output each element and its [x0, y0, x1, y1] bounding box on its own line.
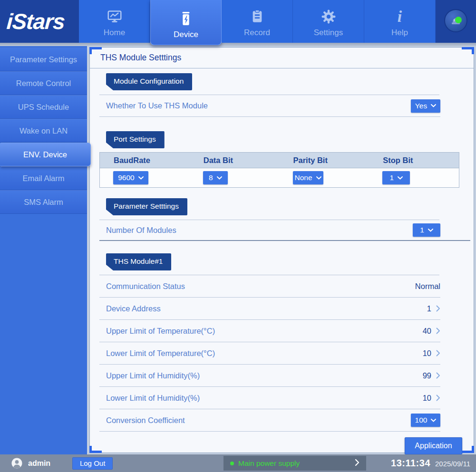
row-label: Upper Limit of Temperature(°C) [106, 327, 215, 336]
row-lower-limit-temperature[interactable]: Lower Limit of Temperature(°C) 10 [99, 342, 440, 365]
row-value: 40 [423, 327, 431, 336]
row-label: Number Of Modules [106, 226, 176, 235]
tab-label: Home [104, 28, 125, 38]
section-divider [99, 240, 470, 241]
tab-record[interactable]: Record [222, 0, 293, 43]
power-status-text: Main power supply [238, 459, 300, 468]
sidebar-item-label: ENV. Device [23, 150, 67, 159]
row-label: Communication Status [106, 282, 185, 291]
user-avatar-icon [11, 458, 22, 469]
clock: 13:11:34 2025/09/11 [391, 458, 470, 469]
row-label: Lower Limit of Humidity(%) [106, 394, 200, 403]
record-clipboard-icon [251, 8, 264, 25]
row-upper-limit-temperature[interactable]: Upper Limit of Temperature(°C) 40 [99, 320, 440, 342]
home-monitor-chart-icon [107, 8, 122, 25]
row-lower-limit-humidity[interactable]: Lower Limit of Humidity(%) 10 [99, 387, 440, 409]
row-whether-to-use-ths: Whether To Use THS Module Yes [99, 95, 440, 117]
chevron-right-icon [355, 459, 359, 468]
row-device-address[interactable]: Device Address 1 [99, 298, 440, 320]
logo-area: iStars [0, 0, 79, 43]
chevron-right-icon [436, 305, 440, 312]
whether-to-use-select[interactable]: Yes [411, 99, 440, 113]
tab-label: Record [244, 28, 270, 38]
chevron-right-icon [436, 372, 440, 379]
power-status-dot [230, 462, 234, 465]
section-parameter-settings: Parameter Setttings Number Of Modules 1 [90, 198, 474, 241]
sidebar-item-env-device[interactable]: ENV. Device [0, 143, 91, 166]
header-shadow [0, 43, 476, 46]
sidebar-item-label: Email Alarm [22, 174, 64, 183]
chevron-right-icon [436, 328, 440, 334]
tab-settings[interactable]: Settings [293, 0, 364, 43]
stop-bit-select[interactable]: 1 [382, 171, 410, 184]
section-heading-badge: Module Configuration [106, 73, 192, 90]
parity-bit-select[interactable]: None [293, 171, 323, 184]
col-header-data-bit: Data Bit [190, 156, 280, 165]
settings-gear-icon [321, 8, 336, 25]
col-header-stop-bit: Stop Bit [369, 156, 459, 165]
tab-help[interactable]: i Help [364, 0, 436, 43]
row-label: Whether To Use THS Module [106, 101, 208, 110]
row-label: Upper Limit of Humidity(%) [106, 371, 200, 380]
page-title: THS Module Setttings [90, 48, 474, 68]
col-header-baudrate: BaudRate [100, 156, 190, 165]
device-ups-bolt-icon [179, 10, 193, 27]
sidebar-item-sms-alarm[interactable]: SMS Alarm [0, 190, 87, 214]
row-conversion-coefficient: Conversion Coefficient 100 [99, 409, 440, 432]
section-heading-badge: Port Settings [106, 131, 165, 148]
row-label: Conversion Coefficient [106, 416, 185, 425]
chevron-right-icon [436, 350, 440, 356]
select-value: 1 [389, 173, 394, 182]
sidebar-item-remote-control[interactable]: Remote Control [0, 71, 87, 95]
select-value: 9600 [118, 173, 134, 182]
sidebar-item-ups-schedule[interactable]: UPS Schedule [0, 95, 87, 119]
sidebar-item-wake-on-lan[interactable]: Wake on LAN [0, 119, 87, 143]
section-module-configuration: Module Configuration Whether To Use THS … [90, 73, 474, 117]
chevron-down-icon [398, 176, 403, 180]
panel-corner-accent [462, 47, 474, 54]
data-bit-select[interactable]: 8 [203, 171, 228, 184]
logout-button[interactable]: Log Out [72, 457, 113, 470]
row-communication-status: Communication Status Normal [99, 275, 440, 298]
number-of-modules-select[interactable]: 1 [413, 223, 440, 237]
tab-label: Device [174, 30, 198, 39]
select-value: None [294, 173, 312, 182]
alarm-button[interactable] [444, 9, 467, 32]
row-value: 10 [423, 349, 431, 358]
app-logo: iStars [0, 9, 66, 34]
sidebar-item-parameter-settings[interactable]: Parameter Settings [0, 48, 87, 71]
row-value: 1 [427, 304, 431, 313]
select-value: 1 [420, 226, 424, 234]
row-value: Normal [415, 282, 440, 291]
sidebar-item-label: Wake on LAN [19, 126, 68, 135]
table-row: 9600 8 None 1 [100, 168, 459, 187]
tab-label: Settings [314, 28, 343, 38]
row-label: Lower Limit of Temperature(°C) [106, 349, 215, 358]
power-status-bar[interactable]: Main power supply [223, 456, 366, 471]
select-value: 100 [415, 416, 427, 424]
baudrate-select[interactable]: 9600 [113, 171, 148, 184]
sidebar-item-label: Remote Control [16, 79, 71, 88]
alarm-status-dot [455, 17, 462, 23]
chevron-down-icon [431, 104, 436, 107]
chevron-right-icon [436, 395, 440, 401]
tab-home[interactable]: Home [79, 0, 150, 43]
row-upper-limit-humidity[interactable]: Upper Limit of Humidity(%) 99 [99, 365, 440, 387]
ths-settings-panel: THS Module Setttings Module Configuratio… [89, 47, 474, 453]
chevron-down-icon [316, 176, 321, 180]
select-value: Yes [415, 102, 427, 110]
row-number-of-modules: Number Of Modules 1 [99, 220, 440, 240]
col-header-parity-bit: Parity Bit [280, 156, 369, 165]
conversion-coefficient-select[interactable]: 100 [411, 414, 440, 427]
sidebar-item-email-alarm[interactable]: Email Alarm [0, 166, 87, 190]
port-settings-table: BaudRate Data Bit Parity Bit Stop Bit 96… [99, 152, 459, 188]
sidebar-item-label: UPS Schedule [18, 103, 69, 112]
section-ths-module-1: THS Module#1 Communication Status Normal… [90, 253, 474, 432]
chevron-down-icon [217, 176, 222, 180]
main-nav: Home Device Record [79, 0, 436, 43]
help-italic-i-icon: i [398, 8, 402, 25]
application-button[interactable]: Application [405, 437, 462, 454]
sidebar: Parameter Settings Remote Control UPS Sc… [0, 46, 87, 454]
tab-device[interactable]: Device [150, 0, 222, 45]
panel-corner-accent [89, 47, 102, 54]
